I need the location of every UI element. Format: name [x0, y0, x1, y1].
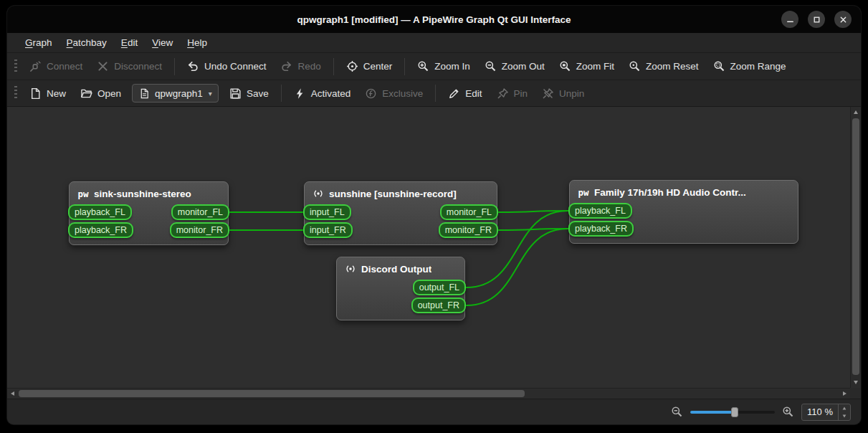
pipewire-icon: pw [77, 188, 90, 199]
vertical-scrollbar-handle[interactable] [852, 118, 859, 375]
node-sunshine[interactable]: sunshine [sunshine-record]input_FLmonito… [304, 181, 497, 245]
toolbar-button-label: Zoom Fit [576, 61, 614, 72]
spin-down-button[interactable] [839, 412, 850, 420]
patchbay-file-combo[interactable]: qpwgraph1▾ [132, 84, 219, 103]
toolbar-button-label: Unpin [559, 88, 584, 99]
toolbar-zoom-in-button[interactable]: Zoom In [411, 57, 477, 77]
toolbar-activated-button[interactable]: Activated [287, 83, 358, 103]
connection-wires [7, 107, 850, 388]
toolbar-button-label: Exclusive [382, 88, 423, 99]
port-out-monitor_FL[interactable]: monitor_FL [440, 204, 498, 220]
zoom-fit-icon [559, 60, 571, 72]
node-title: pwFamily 17h/19h HD Audio Contr... [570, 181, 798, 201]
toolbar-separator [281, 85, 282, 102]
port-out-monitor_FR[interactable]: monitor_FR [170, 222, 229, 238]
node-sink-sunshine-stereo[interactable]: pwsink-sunshine-stereoplayback_FLmonitor… [69, 181, 229, 245]
menu-item-help[interactable]: Help [181, 35, 214, 50]
toolbar-zoom-out-button[interactable]: Zoom Out [478, 57, 551, 77]
maximize-button[interactable] [808, 11, 825, 28]
port-out-monitor_FL[interactable]: monitor_FL [171, 204, 229, 220]
toolbar-zoom-fit-button[interactable]: Zoom Fit [553, 57, 621, 77]
connection-wire[interactable] [499, 211, 568, 212]
spin-up-button[interactable] [839, 404, 850, 412]
port-in-input_FL[interactable]: input_FL [303, 204, 351, 220]
scroll-up-button[interactable] [851, 107, 861, 118]
menu-item-patchbay[interactable]: Patchbay [60, 35, 113, 50]
toolbar-grip-handle[interactable] [14, 86, 17, 100]
unpin-icon [542, 87, 554, 100]
zoom-slider-handle[interactable] [731, 407, 738, 417]
record-icon [312, 188, 325, 199]
node-title-text: sunshine [sunshine-record] [329, 189, 457, 199]
toolbar-center-button[interactable]: Center [340, 57, 399, 77]
node-family-hd-audio[interactable]: pwFamily 17h/19h HD Audio Contr...playba… [569, 180, 798, 244]
toolbar-button-label: Open [97, 88, 121, 99]
toolbar-redo-button: Redo [274, 57, 327, 77]
toolbar-button-label: Edit [465, 88, 482, 99]
port-in-playback_FL[interactable]: playback_FL [68, 204, 132, 220]
port-in-playback_FR[interactable]: playback_FR [68, 222, 133, 238]
port-out-monitor_FR[interactable]: monitor_FR [439, 222, 498, 238]
graph-canvas[interactable]: pwsink-sunshine-stereoplayback_FLmonitor… [7, 107, 850, 388]
port-in-playback_FR[interactable]: playback_FR [568, 221, 634, 237]
node-title: sunshine [sunshine-record] [305, 182, 497, 203]
toolbar-new-button[interactable]: New [23, 83, 72, 103]
statusbar: 110 % [7, 399, 861, 424]
toolbar-button-label: Connect [47, 61, 82, 72]
titlebar[interactable]: qpwgraph1 [modified] — A PipeWire Graph … [7, 6, 861, 33]
toolbar-button-label: Save [247, 88, 269, 99]
toolbar-edit-button[interactable]: Edit [442, 83, 488, 103]
minimize-button[interactable] [781, 11, 798, 28]
vertical-scrollbar[interactable] [850, 107, 861, 388]
patchbay-file-icon [138, 87, 151, 100]
toolbar-button-label: Redo [297, 61, 320, 72]
toolbar-connect-button: Connect [23, 57, 89, 77]
zoom-value-field[interactable]: 110 % [802, 404, 838, 420]
scroll-down-button[interactable] [851, 377, 861, 388]
window-controls [781, 6, 852, 33]
zoom-in-icon [782, 406, 794, 418]
app-window: qpwgraph1 [modified] — A PipeWire Graph … [7, 6, 861, 424]
window-title: qpwgraph1 [modified] — A PipeWire Graph … [297, 14, 571, 25]
disconnect-icon [97, 60, 109, 72]
port-out-output_FR[interactable]: output_FR [411, 298, 466, 313]
connection-wire[interactable] [499, 229, 568, 230]
zoom-slider[interactable] [690, 406, 775, 419]
menu-item-graph[interactable]: Graph [19, 35, 59, 50]
toolbar-button-label: Center [363, 61, 393, 72]
save-icon [229, 87, 242, 100]
toolbar-save-button[interactable]: Save [223, 83, 275, 103]
menu-item-view[interactable]: View [146, 35, 179, 50]
scroll-right-button[interactable] [839, 389, 850, 399]
port-out-output_FL[interactable]: output_FL [413, 280, 466, 295]
zoom-out-icon [671, 406, 683, 418]
zoom-spinbox[interactable]: 110 % [801, 404, 851, 421]
pipewire-icon: pw [577, 186, 590, 198]
toolbar-grip-handle[interactable] [14, 60, 17, 74]
menu-item-edit[interactable]: Edit [115, 35, 144, 50]
toolbar-zoom-range-button[interactable]: Zoom Range [707, 57, 793, 77]
toolbar-undo-connect-button[interactable]: Undo Connect [181, 57, 272, 77]
port-in-playback_FL[interactable]: playback_FL [568, 203, 632, 219]
toolbar-button-label: New [47, 88, 66, 99]
toolbar-unpin-button: Unpin [535, 83, 591, 103]
toolbar-patchbay: NewOpenqpwgraph1▾SaveActivatedExclusiveE… [7, 80, 861, 106]
new-icon [29, 87, 42, 100]
toolbar-button-label: Zoom In [434, 61, 470, 72]
node-title: Discord Output [337, 257, 464, 278]
close-button[interactable] [834, 11, 852, 28]
toolbar-open-button[interactable]: Open [74, 83, 128, 103]
horizontal-scrollbar[interactable] [7, 388, 850, 399]
port-in-input_FR[interactable]: input_FR [303, 222, 353, 238]
zoom-in-icon [417, 60, 429, 72]
node-discord-output[interactable]: Discord Outputoutput_FLoutput_FR [336, 257, 465, 320]
spinbox-buttons [838, 404, 850, 420]
open-icon [80, 87, 92, 100]
record-icon [344, 263, 357, 275]
node-title-text: Family 17h/19h HD Audio Contr... [594, 187, 746, 198]
toolbar-separator [174, 58, 175, 75]
toolbar-zoom-reset-button[interactable]: Zoom Reset [622, 57, 705, 77]
horizontal-scrollbar-handle[interactable] [19, 390, 525, 397]
undo-icon [187, 60, 199, 72]
scroll-left-button[interactable] [7, 389, 18, 399]
